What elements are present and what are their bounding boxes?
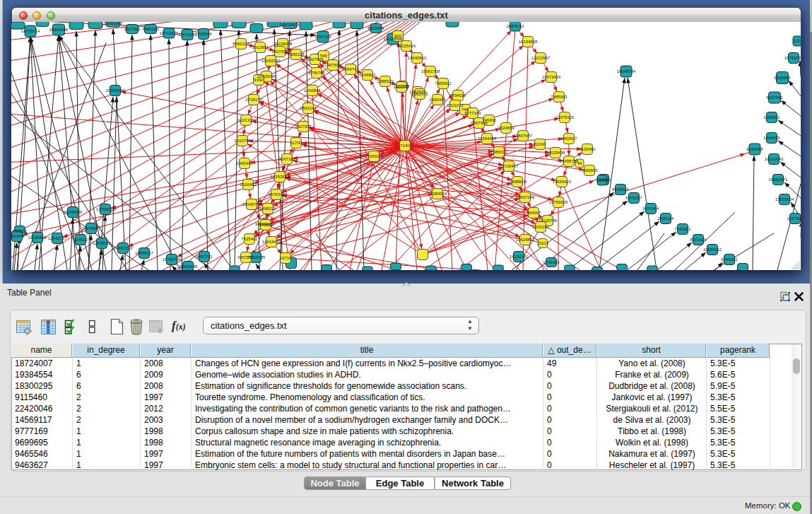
svg-text:20876 82: 20876 82 — [506, 24, 524, 28]
svg-text:7386512: 7386512 — [490, 150, 507, 154]
svg-text:9390: 9390 — [254, 78, 264, 82]
svg-text:14136141: 14136141 — [510, 255, 529, 259]
svg-text:9827505: 9827505 — [271, 49, 288, 54]
svg-text:20364436: 20364436 — [478, 136, 497, 141]
svg-text:9498222: 9498222 — [259, 206, 276, 211]
svg-text:10973493: 10973493 — [542, 75, 561, 79]
svg-text:8186328: 8186328 — [288, 52, 305, 57]
svg-text:6794028: 6794028 — [449, 93, 466, 98]
svg-text:13640910: 13640910 — [408, 56, 427, 60]
svg-text:20053346: 20053346 — [106, 88, 125, 93]
svg-text:10654112: 10654112 — [703, 247, 722, 252]
svg-text:9657791: 9657791 — [237, 255, 254, 259]
svg-text:19654923: 19654923 — [553, 180, 572, 184]
svg-text:9115460: 9115460 — [579, 147, 596, 151]
svg-text:993001: 993001 — [13, 229, 28, 233]
svg-text:9245052: 9245052 — [721, 257, 738, 262]
svg-text:16958117: 16958117 — [135, 251, 154, 255]
svg-text:9678332: 9678332 — [268, 192, 285, 197]
svg-text:19756928: 19756928 — [549, 200, 568, 204]
svg-text:7515546: 7515546 — [195, 32, 212, 36]
svg-text:11325419: 11325419 — [397, 44, 416, 48]
svg-text:7955812: 7955812 — [435, 81, 452, 86]
svg-text:546: 546 — [320, 54, 328, 58]
svg-text:16033809: 16033809 — [281, 23, 300, 27]
svg-text:10671355: 10671355 — [178, 33, 197, 37]
svg-text:1322037: 1322037 — [393, 85, 410, 89]
svg-text:10046788: 10046788 — [242, 202, 261, 206]
svg-text:6879197: 6879197 — [625, 196, 642, 200]
svg-text:10543342: 10543342 — [261, 59, 281, 63]
svg-text:991531: 991531 — [11, 234, 25, 238]
svg-text:1640: 1640 — [597, 178, 607, 182]
svg-text:9699695: 9699695 — [581, 168, 598, 173]
svg-text:9777169: 9777169 — [464, 111, 481, 115]
svg-text:16495758: 16495758 — [560, 159, 579, 163]
svg-text:746266: 746266 — [482, 118, 497, 122]
svg-text:1527602: 1527602 — [124, 27, 141, 31]
svg-text:16782759: 16782759 — [163, 257, 182, 262]
svg-text:1965498: 1965498 — [236, 161, 253, 165]
svg-text:44: 44 — [577, 161, 582, 165]
svg-text:14055714: 14055714 — [21, 29, 40, 33]
svg-text:16961758: 16961758 — [421, 69, 440, 74]
svg-text:9357224: 9357224 — [314, 35, 331, 39]
svg-text:19524851: 19524851 — [516, 238, 535, 242]
svg-text:9146821: 9146821 — [359, 73, 376, 77]
svg-text:8813054: 8813054 — [367, 26, 384, 30]
svg-text:8660123: 8660123 — [233, 42, 249, 46]
svg-text:9215958: 9215958 — [746, 147, 763, 151]
svg-text:7240: 7240 — [400, 144, 410, 148]
svg-text:3912954: 3912954 — [252, 45, 269, 49]
svg-text:1615192: 1615192 — [532, 225, 549, 229]
svg-text:10807487: 10807487 — [514, 134, 533, 138]
svg-text:3624554: 3624554 — [498, 126, 514, 130]
svg-text:16120746: 16120746 — [539, 218, 558, 223]
svg-text:18807249: 18807249 — [516, 195, 535, 199]
svg-text:10653267: 10653267 — [104, 22, 123, 25]
svg-text:1610755: 1610755 — [234, 139, 251, 143]
svg-text:26206526: 26206526 — [64, 210, 83, 214]
svg-text:12975115: 12975115 — [555, 115, 575, 119]
svg-text:15720407: 15720407 — [500, 164, 519, 168]
svg-text:16648784: 16648784 — [617, 69, 636, 74]
svg-text:17359924: 17359924 — [96, 207, 115, 211]
svg-text:1112: 1112 — [794, 39, 801, 43]
svg-text:9227342: 9227342 — [766, 95, 783, 100]
svg-text:1209382: 1209382 — [763, 115, 780, 119]
svg-text:10688609: 10688609 — [508, 180, 527, 184]
svg-text:10719155: 10719155 — [160, 31, 179, 35]
svg-text:2990443: 2990443 — [429, 98, 446, 102]
svg-text:2935114: 2935114 — [658, 216, 675, 221]
svg-text:7625402: 7625402 — [241, 237, 258, 241]
svg-text:12353584: 12353584 — [271, 175, 290, 179]
svg-text:15751074: 15751074 — [784, 56, 801, 60]
svg-text:2803144: 2803144 — [300, 106, 317, 110]
svg-text:19384554: 19384554 — [428, 192, 447, 196]
svg-text:114513: 114513 — [73, 238, 88, 242]
svg-text:11700: 11700 — [290, 141, 302, 145]
svg-text:20991406: 20991406 — [49, 28, 69, 32]
svg-text:906: 906 — [394, 34, 402, 38]
svg-text:1733426: 1733426 — [543, 260, 560, 264]
svg-text:3267110: 3267110 — [279, 157, 296, 161]
svg-text:1916682: 1916682 — [240, 182, 257, 187]
svg-text:349822: 349822 — [259, 223, 273, 227]
svg-text:984067: 984067 — [526, 211, 541, 215]
svg-text:8454749: 8454749 — [342, 67, 359, 71]
svg-text:12942737: 12942737 — [48, 236, 67, 240]
svg-text:9329966: 9329966 — [774, 76, 791, 80]
svg-text:1362635: 1362635 — [411, 92, 428, 96]
svg-text:2242848: 2242848 — [304, 88, 321, 93]
svg-text:8756785: 8756785 — [308, 71, 325, 75]
svg-text:62160: 62160 — [534, 142, 546, 146]
svg-text:15221: 15221 — [537, 241, 549, 245]
svg-text:10975887: 10975887 — [82, 226, 101, 230]
svg-text:9463627: 9463627 — [560, 136, 577, 141]
svg-text:23226058: 23226058 — [273, 42, 293, 46]
svg-text:7632621: 7632621 — [674, 227, 691, 231]
svg-text:12213967: 12213967 — [531, 56, 551, 60]
svg-text:2367608: 2367608 — [324, 63, 341, 67]
svg-text:7485063: 7485063 — [551, 95, 567, 99]
svg-text:8938923: 8938923 — [612, 187, 629, 192]
